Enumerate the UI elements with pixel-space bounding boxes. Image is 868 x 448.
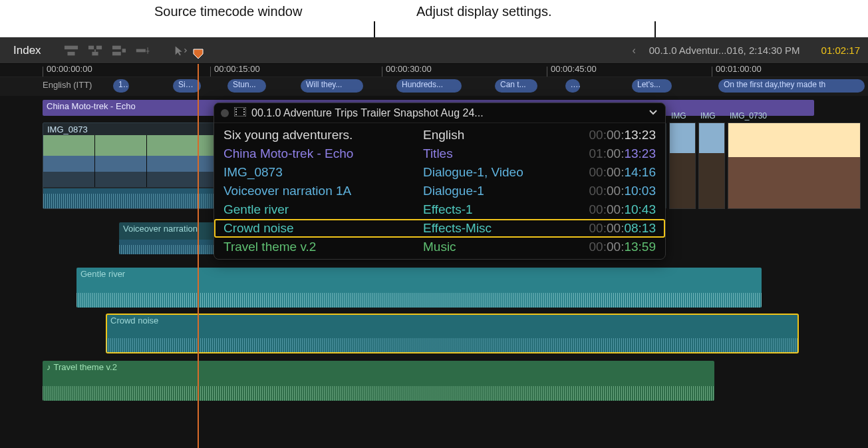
back-history-icon[interactable]: ‹	[627, 45, 641, 57]
source-row-name: Travel theme v.2	[223, 240, 423, 254]
timeline-tracks[interactable]: China Moto-trek - Echo IMG_0873 IMG IMG …	[0, 96, 868, 448]
playhead[interactable]	[198, 64, 199, 448]
clip-label: IMG	[671, 111, 686, 120]
svg-rect-14	[243, 109, 245, 110]
effects-clip-gentle-river[interactable]: Gentle river	[76, 268, 762, 308]
caption-pill[interactable]: Can t...	[495, 79, 537, 93]
source-row-timecode: 00:00:08:13	[556, 221, 656, 236]
svg-rect-0	[65, 45, 78, 49]
ruler-tick: 00:00:00:00	[47, 64, 92, 77]
svg-rect-2	[88, 45, 94, 49]
source-row[interactable]: Travel theme v.2Music00:00:13:59	[214, 238, 665, 256]
source-row[interactable]: Crowd noiseEffects-Misc00:00:08:13	[214, 219, 665, 238]
effects-clip-crowd-noise[interactable]: Crowd noise	[106, 314, 798, 353]
filmstrip-icon	[234, 107, 246, 119]
connect-clip-icon[interactable]	[64, 45, 78, 57]
playhead-handle-icon[interactable]	[193, 49, 204, 59]
project-breadcrumb[interactable]: 00.1.0 Adventur...016, 2:14:30 PM	[649, 45, 800, 56]
ruler-tick: 00:01:00:00	[716, 64, 762, 77]
timeline-ruler[interactable]: 00:00:00:00 00:00:15:00 00:00:30:00 00:0…	[0, 64, 868, 77]
close-dot-icon[interactable]	[221, 109, 229, 117]
source-row-timecode: 01:00:13:23	[556, 146, 656, 161]
svg-rect-4	[92, 51, 98, 55]
source-row[interactable]: Gentle riverEffects-100:00:10:43	[214, 200, 665, 219]
svg-rect-12	[235, 111, 237, 112]
source-row-name: IMG_0873	[223, 165, 423, 180]
source-row-name: Six young adventurers.	[223, 128, 423, 142]
svg-rect-6	[112, 51, 121, 55]
ruler-tick: 00:00:15:00	[214, 64, 260, 77]
svg-rect-8	[136, 49, 145, 52]
waveform	[106, 333, 798, 353]
source-row-role: Dialogue-1, Video	[423, 165, 556, 180]
timeline-toolbar: Index ‹ 00.1.0 Adventur...016, 2:14:30 P…	[0, 37, 868, 64]
display-settings-chevron-icon[interactable]	[648, 107, 658, 120]
source-row-name: Voiceover narration 1A	[223, 184, 423, 198]
captions-language: English (ITT)	[43, 80, 92, 90]
svg-rect-7	[122, 49, 126, 53]
ruler-tick: 00:00:45:00	[551, 64, 597, 77]
svg-rect-13	[235, 114, 237, 115]
waveform	[76, 288, 762, 308]
select-tool-icon[interactable]	[173, 45, 188, 57]
source-row-role: Titles	[423, 146, 556, 161]
clip-label: Gentle river	[80, 269, 125, 279]
project-timecode: 01:02:17	[821, 45, 860, 56]
caption-pill[interactable]: Six...	[173, 79, 201, 93]
timeline-app: Index ‹ 00.1.0 Adventur...016, 2:14:30 P…	[0, 37, 868, 448]
source-window-title: 00.1.0 Adventure Trips Trailer Snapshot …	[251, 107, 484, 119]
ruler-tick: 00:00:30:00	[386, 64, 432, 77]
video-clip-label: IMG_0873	[47, 124, 88, 134]
clip-label: Crowd noise	[110, 316, 158, 326]
insert-clip-icon[interactable]	[88, 45, 102, 57]
svg-rect-1	[67, 51, 74, 55]
source-row-role: English	[423, 128, 556, 142]
caption-pill[interactable]: Stun...	[227, 79, 266, 93]
overwrite-clip-icon[interactable]	[136, 45, 150, 57]
source-window-body: Six young adventurers.English00:00:13:23…	[214, 123, 665, 259]
clip-label: Voiceover narration	[123, 224, 198, 234]
voiceover-clip[interactable]: Voiceover narration	[119, 222, 216, 254]
append-clip-icon[interactable]	[112, 45, 126, 57]
source-row-timecode: 00:00:10:43	[556, 202, 656, 217]
caption-pill[interactable]: Hundreds...	[396, 79, 462, 93]
caption-pill[interactable]: On the first day,they made th	[718, 79, 865, 93]
source-row[interactable]: Voiceover narration 1ADialogue-100:00:10…	[214, 182, 665, 200]
source-row-timecode: 00:00:13:23	[556, 128, 656, 142]
caption-pill[interactable]: Will they...	[301, 79, 363, 93]
source-row[interactable]: IMG_0873Dialogue-1, Video00:00:14:16	[214, 163, 665, 182]
caption-pill[interactable]: ...	[565, 79, 580, 93]
svg-rect-16	[243, 114, 245, 115]
source-row-role: Dialogue-1	[423, 184, 556, 198]
source-row-name: China Moto-trek - Echo	[223, 146, 423, 161]
svg-rect-5	[112, 45, 121, 49]
caption-pill[interactable]: 1...	[113, 79, 129, 93]
video-clip[interactable]: IMG_0730	[728, 122, 861, 209]
clip-label: ♪Travel theme v.2	[47, 362, 117, 372]
waveform	[43, 381, 714, 401]
svg-rect-15	[243, 111, 245, 112]
caption-pill[interactable]: Let's...	[632, 79, 672, 93]
source-row-name: Crowd noise	[223, 221, 423, 236]
source-row-role: Effects-Misc	[423, 221, 556, 236]
music-clip-travel-theme[interactable]: ♪Travel theme v.2	[43, 361, 714, 401]
music-icon: ♪	[47, 362, 51, 372]
source-row[interactable]: China Moto-trek - EchoTitles01:00:13:23	[214, 144, 665, 163]
source-row-timecode: 00:00:13:59	[556, 240, 656, 254]
source-row-role: Effects-1	[423, 202, 556, 217]
clip-label: IMG	[700, 111, 716, 120]
source-row[interactable]: Six young adventurers.English00:00:13:23	[214, 126, 665, 144]
source-row-timecode: 00:00:10:03	[556, 184, 656, 198]
source-row-role: Music	[423, 240, 556, 254]
video-clip[interactable]: IMG	[698, 122, 725, 209]
source-window-titlebar[interactable]: 00.1.0 Adventure Trips Trailer Snapshot …	[214, 103, 665, 123]
waveform	[119, 240, 216, 254]
index-button[interactable]: Index	[8, 41, 47, 60]
svg-marker-9	[194, 49, 203, 59]
annotation-adjust-settings: Adjust display settings.	[416, 4, 551, 19]
svg-rect-11	[235, 109, 237, 110]
clip-label: IMG_0730	[730, 111, 767, 120]
video-clip[interactable]: IMG	[669, 122, 696, 209]
source-timecode-window[interactable]: 00.1.0 Adventure Trips Trailer Snapshot …	[214, 103, 666, 260]
annotation-source-window: Source timecode window	[154, 4, 302, 19]
